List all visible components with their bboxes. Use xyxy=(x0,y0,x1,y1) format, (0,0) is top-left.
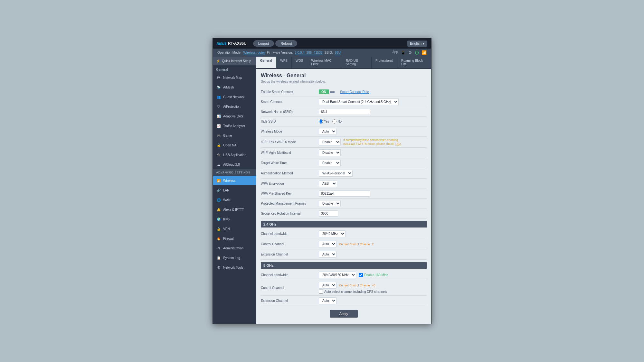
pmf-select[interactable]: Disable Enable xyxy=(319,200,341,207)
target-wake-select[interactable]: Enable Disable xyxy=(319,160,341,166)
sidebar-item-aimesh[interactable]: 📡 AiMesh xyxy=(213,82,256,92)
wireless-mode-control: Auto xyxy=(319,128,427,135)
smart-connect-label: Enable Smart Connect xyxy=(261,90,319,94)
ssid-input[interactable] xyxy=(319,109,370,115)
sidebar-item-network-tools[interactable]: 🛠 Network Tools xyxy=(213,263,256,272)
adaptive-qos-icon: 📊 xyxy=(216,114,221,119)
app-icon[interactable]: 📱 xyxy=(401,50,406,55)
sidebar-item-wireless[interactable]: 📶 Wireless xyxy=(213,176,256,185)
target-wake-row: Target Wake Time Enable Disable xyxy=(261,158,427,168)
sidebar-item-aiprotection[interactable]: 🛡 AiProtection xyxy=(213,102,256,111)
sidebar-item-guest-network[interactable]: 👥 Guest Network xyxy=(213,92,256,102)
sidebar-item-aicloud[interactable]: ☁ AiCloud 2.0 xyxy=(213,160,256,169)
sidebar-label-wan: WAN xyxy=(223,198,231,202)
wpa-encrypt-select[interactable]: AES TKIP xyxy=(319,180,337,187)
sidebar-item-wan[interactable]: 🌐 WAN xyxy=(213,195,256,205)
quick-setup-item[interactable]: ⚡ Quick Internet Setup xyxy=(213,57,256,65)
sidebar-item-ipv6[interactable]: 🌍 IPv6 xyxy=(213,214,256,224)
hide-ssid-no-label[interactable]: No xyxy=(332,119,342,124)
wifi-agile-row: Wi-Fi Agile Multiband Disable Enable xyxy=(261,148,427,158)
logout-button[interactable]: Logout xyxy=(253,40,274,47)
smart-connect-mode-select[interactable]: Dual-Band Smart Connect (2.4 GHz and 5 G… xyxy=(319,98,399,105)
auth-method-select[interactable]: WPA2-Personal WPA-Personal WPA3-Personal xyxy=(319,170,353,177)
tab-wps[interactable]: WPS xyxy=(276,57,292,68)
auto-select-dfs-label[interactable]: Auto select channel including DFS channe… xyxy=(319,290,387,294)
wan-icon: 🌐 xyxy=(216,197,221,202)
reboot-button[interactable]: Reboot xyxy=(275,40,297,47)
wifi-agile-select[interactable]: Disable Enable xyxy=(319,149,341,156)
tab-general[interactable]: General xyxy=(256,57,276,68)
sidebar-label-usb-application: USB Application xyxy=(223,153,246,157)
wifi6-faq-link[interactable]: FAQ xyxy=(395,142,401,145)
smart-connect-control: ON Smart Connect Rule xyxy=(319,89,427,94)
hide-ssid-control: Yes No xyxy=(319,119,427,124)
chan-bw-5-select[interactable]: 20/40/80/160 MHz 20/40/80 MHz xyxy=(319,272,356,278)
settings-icon[interactable]: ⚙ xyxy=(408,50,412,55)
smart-connect-toggle[interactable]: ON xyxy=(319,89,335,94)
wifi6-select[interactable]: Enable Disable xyxy=(319,139,341,145)
hide-ssid-yes-radio[interactable] xyxy=(319,119,323,124)
auto-select-dfs-text: Auto select channel including DFS channe… xyxy=(324,290,387,293)
tab-professional[interactable]: Professional xyxy=(372,57,397,68)
ssid-row: Network Name (SSID) xyxy=(261,107,427,117)
toggle-on[interactable]: ON xyxy=(319,89,329,94)
apply-button[interactable]: Apply xyxy=(330,310,358,318)
guest-network-icon: 👥 xyxy=(216,94,221,99)
auto-select-dfs-checkbox[interactable] xyxy=(319,290,323,294)
hide-ssid-yes-label[interactable]: Yes xyxy=(319,119,329,124)
enable-160-checkbox[interactable] xyxy=(359,273,363,277)
chan-bw-5-control: 20/40/80/160 MHz 20/40/80 MHz Enable 160… xyxy=(319,272,427,278)
chan-bw-24-select[interactable]: 20/40 MHz 20 MHz xyxy=(319,230,346,237)
wifi6-label: 802.11ax / Wi-Fi 6 mode xyxy=(261,140,319,144)
sidebar-label-network-tools: Network Tools xyxy=(223,266,243,269)
wireless-mode-select[interactable]: Auto xyxy=(319,128,336,135)
firmware-label: Firmware Version: xyxy=(267,51,293,54)
ssid-value[interactable]: 86U xyxy=(335,51,341,54)
tab-radius[interactable]: RADIUS Setting xyxy=(342,57,372,68)
hide-ssid-label: Hide SSID xyxy=(261,120,319,123)
toggle-off[interactable] xyxy=(330,91,335,93)
language-selector[interactable]: English ▾ xyxy=(407,41,427,47)
sidebar-item-administration[interactable]: ⚙ Administration xyxy=(213,243,256,253)
tab-mac-filter[interactable]: Wireless MAC Filter xyxy=(307,57,342,68)
control-chan-24-select[interactable]: Auto xyxy=(319,241,336,247)
sidebar-item-adaptive-qos[interactable]: 📊 Adaptive QoS xyxy=(213,111,256,121)
tab-roaming[interactable]: Roaming Block List xyxy=(397,57,431,68)
firmware-version[interactable]: 3.0.0.4_386_41535 xyxy=(295,51,322,54)
tab-wds[interactable]: WDS xyxy=(292,57,307,68)
sidebar-item-lan[interactable]: 🔗 LAN xyxy=(213,185,256,195)
hide-ssid-no-radio[interactable] xyxy=(332,119,336,124)
sidebar-item-usb-application[interactable]: 🔌 USB Application xyxy=(213,150,256,160)
sidebar-label-aiprotection: AiProtection xyxy=(223,105,241,108)
smart-connect-rule-link[interactable]: Smart Connect Rule xyxy=(340,90,369,94)
wifi-icon[interactable]: 📶 xyxy=(421,50,427,55)
group-key-input[interactable] xyxy=(319,210,338,217)
sidebar-item-firewall[interactable]: 🔥 Firewall xyxy=(213,234,256,243)
sidebar-item-traffic-analyzer[interactable]: 📈 Traffic Analyzer xyxy=(213,121,256,131)
ext-chan-24-select[interactable]: Auto xyxy=(319,251,336,258)
sidebar-item-system-log[interactable]: 📋 System Log xyxy=(213,253,256,263)
sidebar-item-game[interactable]: 🎮 Game xyxy=(213,131,256,140)
sidebar-item-open-nat[interactable]: 🔓 Open NAT xyxy=(213,140,256,150)
asus-logo: /asus xyxy=(217,41,227,46)
wpa-key-input[interactable] xyxy=(319,190,370,197)
sidebar-item-vpn[interactable]: 🔒 VPN xyxy=(213,224,256,234)
op-mode-value[interactable]: Wireless router xyxy=(243,51,265,54)
sidebar-item-network-map[interactable]: 🗺 Network Map xyxy=(213,73,256,82)
control-chan-24-control: Auto Current Control Channel: 2 xyxy=(319,241,427,247)
sidebar-label-traffic-analyzer: Traffic Analyzer xyxy=(223,124,245,128)
auth-method-control: WPA2-Personal WPA-Personal WPA3-Personal xyxy=(319,170,427,177)
page-subtitle: Set up the wireless related information … xyxy=(261,80,427,83)
control-chan-5-select[interactable]: Auto xyxy=(319,282,336,289)
brand: /asus RT-AX86U xyxy=(217,41,247,46)
power-icon[interactable]: ⏻ xyxy=(415,50,419,55)
wireless-mode-label: Wireless Mode xyxy=(261,130,319,133)
language-label: English xyxy=(410,42,421,45)
aicloud-icon: ☁ xyxy=(216,162,221,167)
group-key-control xyxy=(319,210,427,217)
main-layout: ⚡ Quick Internet Setup General 🗺 Network… xyxy=(213,57,431,324)
ext-chan-5-select[interactable]: Auto xyxy=(319,297,336,304)
ssid-label: SSID: xyxy=(325,51,333,54)
enable-160-label[interactable]: Enable 160 MHz xyxy=(359,273,388,277)
sidebar-item-alexa[interactable]: 🔔 Alexa & IFTTT xyxy=(213,205,256,214)
